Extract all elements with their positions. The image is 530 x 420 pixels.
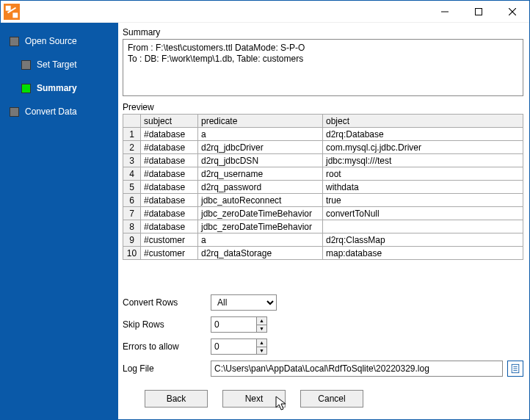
table-cell: d2rq_password (198, 181, 323, 194)
table-cell: true (323, 194, 523, 207)
rownum-cell: 10 (123, 247, 141, 260)
table-cell: #database (141, 207, 198, 220)
spin-down-icon[interactable]: ▼ (256, 347, 266, 355)
convert-rows-select[interactable]: All (211, 294, 277, 311)
app-icon (4, 4, 20, 20)
spin-down-icon[interactable]: ▼ (256, 325, 266, 333)
rownum-cell: 9 (123, 233, 141, 247)
table-cell: #database (141, 141, 198, 154)
summary-text: From : F:\test\customers.ttl DataMode: S… (123, 39, 523, 96)
browse-log-button[interactable] (507, 361, 523, 377)
table-cell: d2rq_jdbcDriver (198, 141, 323, 154)
table-cell: a (198, 128, 323, 141)
options-grid: Convert Rows All Skip Rows ▲▼ Errors to … (123, 294, 523, 377)
table-cell: #database (141, 128, 198, 141)
convert-rows-label: Convert Rows (123, 297, 211, 308)
spin-up-icon[interactable]: ▲ (256, 317, 266, 325)
table-row[interactable]: 3#databased2rq_jdbcDSNjdbc:mysql:///test (123, 154, 523, 167)
table-cell: com.mysql.cj.jdbc.Driver (323, 141, 523, 154)
table-cell: d2rq_dataStorage (198, 247, 323, 260)
col-predicate: predicate (198, 115, 323, 128)
table-cell: jdbc:mysql:///test (323, 154, 523, 167)
skip-rows-spinner[interactable]: ▲▼ (211, 316, 267, 333)
step-label: Convert Data (25, 106, 77, 117)
table-cell: #customer (141, 233, 198, 247)
step-label: Set Target (37, 59, 76, 70)
maximize-button[interactable] (462, 1, 495, 23)
step-summary[interactable]: Summary (1, 80, 118, 96)
table-cell: jdbc_zeroDateTimeBehavior (198, 220, 323, 233)
svg-rect-1 (12, 12, 18, 18)
log-file-label: Log File (123, 363, 211, 374)
cancel-button[interactable]: Cancel (300, 390, 363, 408)
table-row[interactable]: 6#databasejdbc_autoReconnecttrue (123, 194, 523, 207)
table-cell: #database (141, 181, 198, 194)
skip-rows-label: Skip Rows (123, 319, 211, 330)
rownum-cell: 6 (123, 194, 141, 207)
table-row[interactable]: 1#databasead2rq:Database (123, 128, 523, 141)
step-marker (21, 84, 31, 93)
step-marker (10, 107, 19, 117)
log-file-input[interactable] (211, 361, 503, 377)
rownum-cell: 2 (123, 141, 141, 154)
svg-rect-3 (476, 8, 482, 15)
table-cell: #database (141, 194, 198, 207)
table-row[interactable]: 10#customerd2rq_dataStoragemap:database (123, 247, 523, 260)
step-marker (10, 37, 19, 46)
table-cell: #database (141, 167, 198, 181)
errors-label: Errors to allow (123, 341, 211, 352)
table-cell: d2rq:ClassMap (323, 233, 523, 247)
rownum-cell: 8 (123, 220, 141, 233)
close-button[interactable] (495, 1, 529, 23)
table-cell: map:database (323, 247, 523, 260)
step-open-source[interactable]: Open Source (1, 33, 118, 49)
table-row[interactable]: 2#databased2rq_jdbcDrivercom.mysql.cj.jd… (123, 141, 523, 154)
step-label: Open Source (25, 36, 77, 46)
table-cell: #database (141, 220, 198, 233)
footer-buttons: Back Next Cancel (123, 384, 523, 415)
table-cell: withdata (323, 181, 523, 194)
preview-title: Preview (123, 102, 523, 112)
next-button[interactable]: Next (222, 390, 286, 408)
spin-up-icon[interactable]: ▲ (256, 339, 266, 347)
table-cell: d2rq:Database (323, 128, 523, 141)
table-cell: d2rq_username (198, 167, 323, 181)
summary-title: Summary (123, 27, 523, 37)
minimize-button[interactable] (428, 1, 462, 23)
rownum-cell: 7 (123, 207, 141, 220)
rownum-cell: 1 (123, 128, 141, 141)
table-cell: root (323, 167, 523, 181)
rownum-cell: 3 (123, 154, 141, 167)
step-marker (21, 60, 31, 70)
skip-rows-input[interactable] (211, 316, 256, 333)
preview-table: subject predicate object 1#databasead2rq… (123, 114, 523, 260)
errors-input[interactable] (211, 338, 256, 355)
table-cell: convertToNull (323, 207, 523, 220)
rownum-cell: 4 (123, 167, 141, 181)
rownum-header (123, 115, 141, 128)
errors-spinner[interactable]: ▲▼ (211, 338, 267, 355)
step-set-target[interactable]: Set Target (1, 57, 118, 73)
col-object: object (323, 115, 523, 128)
table-cell: jdbc_zeroDateTimeBehavior (198, 207, 323, 220)
table-cell: #customer (141, 247, 198, 260)
back-button[interactable]: Back (145, 390, 208, 408)
col-subject: subject (141, 115, 198, 128)
document-icon (510, 363, 520, 374)
table-row[interactable]: 9#customerad2rq:ClassMap (123, 233, 523, 247)
table-row[interactable]: 4#databased2rq_usernameroot (123, 167, 523, 181)
table-cell: #database (141, 154, 198, 167)
table-cell (323, 220, 523, 233)
step-label: Summary (37, 83, 77, 93)
table-row[interactable]: 7#databasejdbc_zeroDateTimeBehaviorconve… (123, 207, 523, 220)
table-cell: jdbc_autoReconnect (198, 194, 323, 207)
titlebar (1, 1, 529, 23)
step-convert-data[interactable]: Convert Data (1, 104, 118, 120)
table-row[interactable]: 5#databased2rq_passwordwithdata (123, 181, 523, 194)
table-cell: a (198, 233, 323, 247)
table-cell: d2rq_jdbcDSN (198, 154, 323, 167)
svg-rect-0 (6, 5, 11, 10)
wizard-sidebar: Open Source Set Target Summary Convert D… (1, 23, 118, 419)
main-panel: Summary From : F:\test\customers.ttl Dat… (118, 23, 529, 419)
table-row[interactable]: 8#databasejdbc_zeroDateTimeBehavior (123, 220, 523, 233)
